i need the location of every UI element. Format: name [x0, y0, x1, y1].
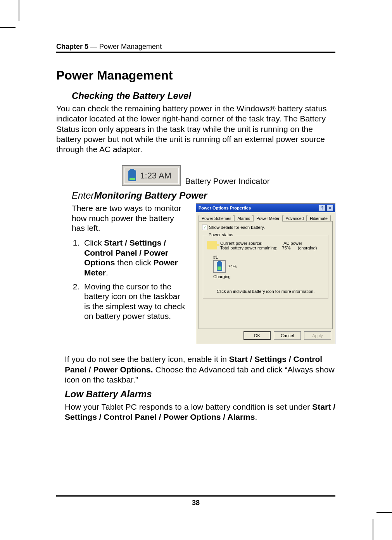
- section-heading-low-battery: Low Battery Alarms: [65, 389, 335, 400]
- cancel-button[interactable]: Cancel: [274, 331, 301, 340]
- section-heading-checking: Checking the Battery Level: [72, 90, 335, 101]
- tray-clock: 1:23 AM: [140, 171, 171, 181]
- crop-mark: [373, 519, 373, 540]
- tab-advanced[interactable]: Advanced: [283, 215, 307, 222]
- dialog-titlebar[interactable]: Power Options Properties ? ×: [196, 204, 335, 212]
- close-button[interactable]: ×: [326, 205, 333, 211]
- show-details-label: Show details for each battery.: [209, 225, 265, 230]
- total-remaining-suffix: (charging): [298, 246, 317, 250]
- show-details-checkbox[interactable]: ✓ Show details for each battery.: [202, 225, 329, 230]
- power-status-group: Power status Current power source: AC po…: [203, 232, 328, 299]
- power-status-legend: Power status: [207, 232, 235, 237]
- heading-prefix: Enter: [72, 190, 94, 201]
- power-options-dialog: Power Options Properties ? × Power Schem…: [196, 203, 335, 344]
- taskbar-tray-graphic: 1:23 AM: [122, 165, 181, 186]
- battery-hint: Click an individual battery icon for mor…: [203, 289, 328, 294]
- crop-mark: [0, 27, 16, 28]
- ac-plug-icon: [207, 241, 217, 249]
- battery-1-status: Charging: [213, 274, 324, 279]
- ok-button[interactable]: OK: [243, 331, 271, 340]
- page-title: Power Management: [56, 68, 335, 83]
- low-battery-paragraph: How your Tablet PC responds to a low bat…: [65, 402, 335, 422]
- running-header: Chapter 5 — Power Management: [56, 43, 335, 53]
- step-1: Click Start / Settings / Control Panel /…: [82, 238, 188, 277]
- battery-number-label: #1: [213, 255, 324, 260]
- page-number: 38: [56, 499, 335, 507]
- tab-alarms[interactable]: Alarms: [234, 215, 253, 222]
- crop-mark: [376, 512, 392, 513]
- battery-1-button[interactable]: [213, 260, 226, 273]
- tab-power-meter[interactable]: Power Meter: [253, 215, 283, 222]
- heading-main: Monitoring Battery Power: [94, 190, 207, 201]
- step-2: Moving the cursor to the battery icon on…: [82, 282, 188, 321]
- section-heading-monitoring: EnterMonitoring Battery Power: [72, 190, 335, 201]
- tray-caption: Battery Power Indicator: [185, 176, 269, 186]
- current-power-source-label: Current power source:: [220, 241, 262, 246]
- header-title: Power Management: [99, 43, 162, 50]
- after-dialog-paragraph: If you do not see the battery icon, enab…: [65, 354, 335, 385]
- tab-hibernate[interactable]: Hibernate: [307, 215, 331, 222]
- battery-1-percent: 74%: [228, 264, 237, 269]
- dialog-tabs: Power Schemes Alarms Power Meter Advance…: [196, 212, 335, 221]
- tab-panel-power-meter: ✓ Show details for each battery. Power s…: [199, 221, 333, 329]
- crop-mark: [19, 0, 19, 21]
- tab-power-schemes[interactable]: Power Schemes: [199, 215, 234, 222]
- battery-icon: [217, 262, 222, 271]
- help-button[interactable]: ?: [319, 205, 326, 211]
- monitoring-intro: There are two ways to monitor how much p…: [72, 203, 188, 233]
- current-power-source-value: AC power: [283, 241, 302, 246]
- chapter-label: Chapter 5: [56, 43, 88, 50]
- checkbox-icon: ✓: [202, 225, 207, 230]
- apply-button[interactable]: Apply: [304, 331, 331, 340]
- total-remaining-label: Total battery power remaining:: [220, 246, 277, 250]
- section1-body: You can check the remaining battery powe…: [56, 104, 335, 154]
- footer-rule: [56, 495, 335, 497]
- total-remaining-value: 75%: [282, 246, 291, 250]
- header-separator: —: [88, 43, 99, 50]
- battery-tray-icon: [128, 170, 136, 181]
- dialog-title: Power Options Properties: [199, 206, 251, 210]
